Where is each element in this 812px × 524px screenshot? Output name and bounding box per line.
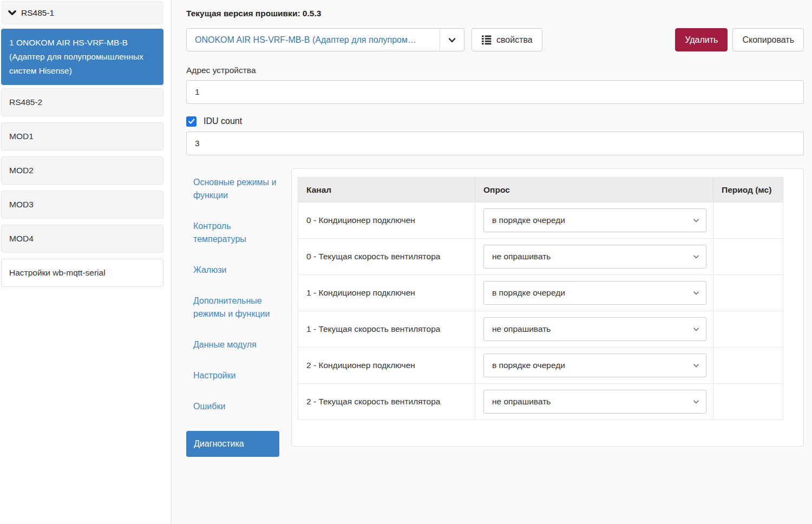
chevron-down-icon	[686, 281, 706, 304]
idu-count-row: IDU count	[186, 115, 804, 127]
sidebar-item-device-1[interactable]: 1 ONOKOM AIR HS-VRF-MB-B (Адаптер для по…	[1, 29, 163, 85]
channel-label: 2 - Кондиционер подключен	[298, 348, 475, 384]
chevron-down-icon	[686, 354, 706, 377]
chevron-down-icon	[440, 29, 464, 51]
copy-button[interactable]: Скопировать	[732, 28, 804, 51]
column-header-period: Период (мс)	[713, 178, 783, 202]
poll-select[interactable]: в порядке очереди	[483, 208, 706, 232]
period-value	[713, 202, 783, 239]
sidebar-item-mod4[interactable]: MOD4	[1, 225, 163, 253]
idu-count-label: IDU count	[204, 116, 242, 126]
period-value	[713, 348, 783, 384]
list-icon	[481, 35, 492, 45]
poll-select[interactable]: в порядке очереди	[483, 353, 706, 377]
table-row: 2 - Текущая скорость вентилятора не опра…	[298, 384, 783, 420]
tab-temperature-control[interactable]: Контроль температуры	[186, 220, 279, 246]
sidebar-item-rs485-2[interactable]: RS485-2	[1, 88, 163, 116]
device-toolbar: ONOKOM AIR HS-VRF-MB-B (Адаптер для полу…	[186, 28, 804, 51]
channel-label: 0 - Кондиционер подключен	[298, 202, 475, 239]
table-row: 1 - Кондиционер подключен в порядке очер…	[298, 275, 783, 311]
delete-button[interactable]: Удалить	[675, 28, 728, 51]
column-header-channel: Канал	[298, 178, 475, 202]
table-header-row: Канал Опрос Период (мс)	[298, 178, 783, 202]
poll-select[interactable]: в порядке очереди	[483, 281, 706, 305]
idu-count-input[interactable]	[186, 132, 804, 155]
table-row: 0 - Кондиционер подключен в порядке очер…	[298, 202, 783, 239]
tab-module-data[interactable]: Данные модуля	[186, 338, 279, 351]
chevron-down-icon	[8, 9, 16, 17]
table-row: 1 - Текущая скорость вентилятора не опра…	[298, 311, 783, 348]
device-type-select-value: ONOKOM AIR HS-VRF-MB-B (Адаптер для полу…	[187, 35, 440, 45]
channel-label: 1 - Текущая скорость вентилятора	[298, 311, 475, 348]
chevron-down-icon	[686, 245, 706, 268]
sidebar-group-rs485-1[interactable]: RS485-1	[1, 1, 163, 24]
period-value	[713, 384, 783, 420]
table-row: 2 - Кондиционер подключен в порядке очер…	[298, 348, 783, 384]
tab-main-modes[interactable]: Основные режимы и функции	[186, 176, 279, 202]
lower-section: Основные режимы и функции Контроль темпе…	[186, 168, 804, 457]
sidebar-item-mod3[interactable]: MOD3	[1, 191, 163, 219]
chevron-down-icon	[686, 318, 706, 340]
tab-settings[interactable]: Настройки	[186, 369, 279, 382]
sidebar-item-mod1[interactable]: MOD1	[1, 122, 163, 150]
properties-button-label: свойства	[496, 35, 533, 45]
table-row: 0 - Текущая скорость вентилятора не опра…	[298, 239, 783, 275]
channel-label: 2 - Текущая скорость вентилятора	[298, 384, 475, 420]
tab-diagnostics[interactable]: Диагностика	[186, 431, 279, 457]
period-value	[713, 275, 783, 311]
poll-select[interactable]: не опрашивать	[483, 390, 706, 414]
section-tabs: Основные режимы и функции Контроль темпе…	[186, 168, 279, 457]
properties-button[interactable]: свойства	[472, 28, 542, 51]
sidebar-item-mod2[interactable]: MOD2	[1, 156, 163, 185]
poll-select[interactable]: не опрашивать	[483, 317, 706, 341]
chevron-down-icon	[686, 390, 706, 413]
period-value	[713, 239, 783, 275]
firmware-version-label: Текущая версия прошивки: 0.5.3	[186, 8, 804, 19]
tab-louvers[interactable]: Жалюзи	[186, 264, 279, 277]
poll-select[interactable]: не опрашивать	[483, 245, 706, 268]
address-input[interactable]	[186, 80, 804, 104]
device-config-main: Текущая версия прошивки: 0.5.3 ONOKOM AI…	[171, 0, 812, 524]
tab-errors[interactable]: Ошибки	[186, 400, 279, 413]
tab-additional-modes[interactable]: Дополнительные режимы и функции	[186, 294, 279, 320]
idu-count-checkbox[interactable]	[186, 116, 197, 127]
sidebar-item-settings[interactable]: Настройки wb-mqtt-serial	[1, 259, 163, 287]
diagnostics-panel: Канал Опрос Период (мс) 0 - Кондиционер …	[291, 168, 804, 447]
sidebar-group-label: RS485-1	[21, 8, 54, 18]
device-sidebar: RS485-1 1 ONOKOM AIR HS-VRF-MB-B (Адапте…	[0, 0, 171, 524]
column-header-poll: Опрос	[475, 178, 713, 202]
diagnostics-table: Канал Опрос Период (мс) 0 - Кондиционер …	[298, 177, 783, 420]
app-window: RS485-1 1 ONOKOM AIR HS-VRF-MB-B (Адапте…	[0, 0, 812, 524]
period-value	[713, 311, 783, 348]
address-label: Адрес устройства	[186, 65, 804, 76]
chevron-down-icon	[686, 209, 706, 232]
channel-label: 0 - Текущая скорость вентилятора	[298, 239, 475, 275]
device-type-select[interactable]: ONOKOM AIR HS-VRF-MB-B (Адаптер для полу…	[186, 28, 464, 51]
channel-label: 1 - Кондиционер подключен	[298, 275, 475, 311]
